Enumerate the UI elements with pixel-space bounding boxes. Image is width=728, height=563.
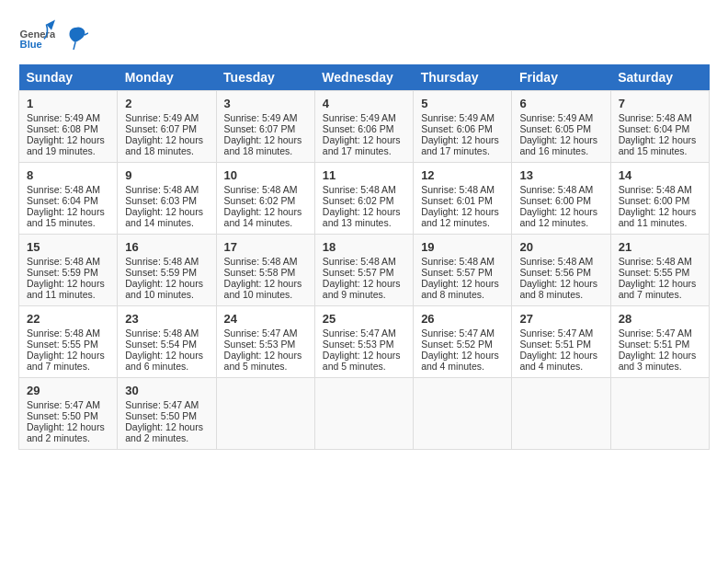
- day-number: 29: [27, 384, 109, 397]
- daylight-label: Daylight: 12 hours and 10 minutes.: [224, 278, 302, 300]
- daylight-label: Daylight: 12 hours and 4 minutes.: [421, 350, 499, 372]
- calendar-cell: 23 Sunrise: 5:48 AM Sunset: 5:54 PM Dayl…: [118, 306, 216, 378]
- sunrise-label: Sunrise: 5:48 AM: [421, 256, 495, 267]
- sunset-label: Sunset: 5:57 PM: [323, 267, 394, 278]
- calendar-cell: [512, 378, 610, 450]
- sunrise-label: Sunrise: 5:47 AM: [619, 327, 692, 339]
- daylight-label: Daylight: 12 hours and 2 minutes.: [27, 421, 105, 443]
- svg-text:General: General: [20, 29, 55, 40]
- day-number: 6: [519, 97, 602, 110]
- sunset-label: Sunset: 5:52 PM: [421, 339, 493, 350]
- sunset-label: Sunset: 6:06 PM: [323, 123, 394, 134]
- sunset-label: Sunset: 5:59 PM: [27, 267, 98, 278]
- calendar-cell: 19 Sunrise: 5:48 AM Sunset: 5:57 PM Dayl…: [414, 235, 512, 306]
- day-number: 26: [421, 312, 504, 326]
- daylight-label: Daylight: 12 hours and 3 minutes.: [619, 350, 697, 372]
- sunrise-label: Sunrise: 5:48 AM: [125, 184, 199, 195]
- sunset-label: Sunset: 6:06 PM: [421, 123, 493, 134]
- daylight-label: Daylight: 12 hours and 13 minutes.: [323, 206, 401, 228]
- daylight-label: Daylight: 12 hours and 8 minutes.: [421, 278, 499, 300]
- sunset-label: Sunset: 6:02 PM: [224, 195, 296, 206]
- sunrise-label: Sunrise: 5:47 AM: [224, 327, 298, 339]
- calendar-cell: [414, 378, 512, 450]
- calendar-cell: 17 Sunrise: 5:48 AM Sunset: 5:58 PM Dayl…: [216, 235, 314, 306]
- daylight-label: Daylight: 12 hours and 5 minutes.: [323, 350, 401, 372]
- header-row: SundayMondayTuesdayWednesdayThursdayFrid…: [19, 64, 710, 91]
- day-number: 24: [224, 312, 307, 326]
- sunrise-label: Sunrise: 5:48 AM: [27, 184, 100, 195]
- calendar-cell: 15 Sunrise: 5:48 AM Sunset: 5:59 PM Dayl…: [19, 235, 118, 306]
- sunset-label: Sunset: 6:02 PM: [323, 195, 394, 206]
- day-number: 8: [27, 168, 109, 182]
- daylight-label: Daylight: 12 hours and 18 minutes.: [224, 134, 302, 156]
- day-number: 13: [519, 168, 602, 182]
- sunrise-label: Sunrise: 5:48 AM: [619, 112, 692, 123]
- day-number: 20: [519, 240, 602, 254]
- sunrise-label: Sunrise: 5:48 AM: [421, 184, 495, 195]
- sunset-label: Sunset: 5:59 PM: [125, 267, 197, 278]
- calendar-cell: 9 Sunrise: 5:48 AM Sunset: 6:03 PM Dayli…: [118, 163, 216, 235]
- sunrise-label: Sunrise: 5:49 AM: [323, 112, 396, 123]
- calendar-cell: 10 Sunrise: 5:48 AM Sunset: 6:02 PM Dayl…: [216, 163, 314, 235]
- calendar-cell: [314, 378, 413, 450]
- day-number: 25: [323, 312, 405, 326]
- sunset-label: Sunset: 6:00 PM: [519, 195, 591, 206]
- sunrise-label: Sunrise: 5:49 AM: [421, 112, 495, 123]
- daylight-label: Daylight: 12 hours and 4 minutes.: [519, 350, 597, 372]
- sunrise-label: Sunrise: 5:48 AM: [323, 256, 396, 267]
- daylight-label: Daylight: 12 hours and 18 minutes.: [125, 134, 203, 156]
- daylight-label: Daylight: 12 hours and 10 minutes.: [125, 278, 203, 300]
- calendar-cell: 14 Sunrise: 5:48 AM Sunset: 6:00 PM Dayl…: [610, 163, 709, 235]
- sunset-label: Sunset: 5:50 PM: [125, 410, 197, 421]
- daylight-label: Daylight: 12 hours and 2 minutes.: [125, 421, 203, 443]
- sunrise-label: Sunrise: 5:47 AM: [421, 327, 495, 339]
- day-number: 19: [421, 240, 504, 254]
- calendar-cell: 5 Sunrise: 5:49 AM Sunset: 6:06 PM Dayli…: [414, 91, 512, 163]
- day-number: 23: [125, 312, 208, 326]
- sunrise-label: Sunrise: 5:48 AM: [323, 184, 396, 195]
- sunrise-label: Sunrise: 5:48 AM: [224, 184, 298, 195]
- calendar-table: SundayMondayTuesdayWednesdayThursdayFrid…: [18, 64, 710, 450]
- day-number: 22: [27, 312, 109, 326]
- calendar-week-1: 1 Sunrise: 5:49 AM Sunset: 6:08 PM Dayli…: [19, 91, 710, 163]
- day-number: 12: [421, 168, 504, 182]
- day-number: 18: [323, 240, 405, 254]
- calendar-cell: [216, 378, 314, 450]
- sunset-label: Sunset: 6:00 PM: [619, 195, 690, 206]
- sunrise-label: Sunrise: 5:48 AM: [619, 184, 692, 195]
- sunset-label: Sunset: 5:53 PM: [224, 339, 296, 350]
- header-friday: Friday: [512, 64, 610, 91]
- daylight-label: Daylight: 12 hours and 19 minutes.: [27, 134, 105, 156]
- day-number: 4: [323, 97, 405, 110]
- calendar-cell: 12 Sunrise: 5:48 AM Sunset: 6:01 PM Dayl…: [414, 163, 512, 235]
- sunset-label: Sunset: 5:51 PM: [519, 339, 591, 350]
- sunrise-label: Sunrise: 5:48 AM: [224, 256, 298, 267]
- daylight-label: Daylight: 12 hours and 17 minutes.: [323, 134, 401, 156]
- daylight-label: Daylight: 12 hours and 8 minutes.: [519, 278, 597, 300]
- daylight-label: Daylight: 12 hours and 14 minutes.: [224, 206, 302, 228]
- sunrise-label: Sunrise: 5:48 AM: [125, 256, 199, 267]
- sunrise-label: Sunrise: 5:47 AM: [323, 327, 396, 339]
- sunset-label: Sunset: 5:54 PM: [125, 339, 197, 350]
- header-tuesday: Tuesday: [216, 64, 314, 91]
- day-number: 16: [125, 240, 208, 254]
- day-number: 9: [125, 168, 208, 182]
- sunset-label: Sunset: 6:07 PM: [224, 123, 296, 134]
- daylight-label: Daylight: 12 hours and 17 minutes.: [421, 134, 499, 156]
- calendar-cell: 2 Sunrise: 5:49 AM Sunset: 6:07 PM Dayli…: [118, 91, 216, 163]
- sunrise-label: Sunrise: 5:49 AM: [519, 112, 593, 123]
- daylight-label: Daylight: 12 hours and 11 minutes.: [27, 278, 105, 300]
- day-number: 7: [619, 97, 701, 110]
- day-number: 14: [619, 168, 701, 182]
- sunset-label: Sunset: 5:51 PM: [619, 339, 690, 350]
- daylight-label: Daylight: 12 hours and 12 minutes.: [519, 206, 597, 228]
- calendar-week-3: 15 Sunrise: 5:48 AM Sunset: 5:59 PM Dayl…: [19, 235, 710, 306]
- calendar-cell: 18 Sunrise: 5:48 AM Sunset: 5:57 PM Dayl…: [314, 235, 413, 306]
- sunrise-label: Sunrise: 5:48 AM: [125, 327, 199, 339]
- daylight-label: Daylight: 12 hours and 7 minutes.: [619, 278, 697, 300]
- calendar-week-5: 29 Sunrise: 5:47 AM Sunset: 5:50 PM Dayl…: [19, 378, 710, 450]
- sunset-label: Sunset: 6:04 PM: [27, 195, 98, 206]
- day-number: 5: [421, 97, 504, 110]
- calendar-cell: 6 Sunrise: 5:49 AM Sunset: 6:05 PM Dayli…: [512, 91, 610, 163]
- day-number: 2: [125, 97, 208, 110]
